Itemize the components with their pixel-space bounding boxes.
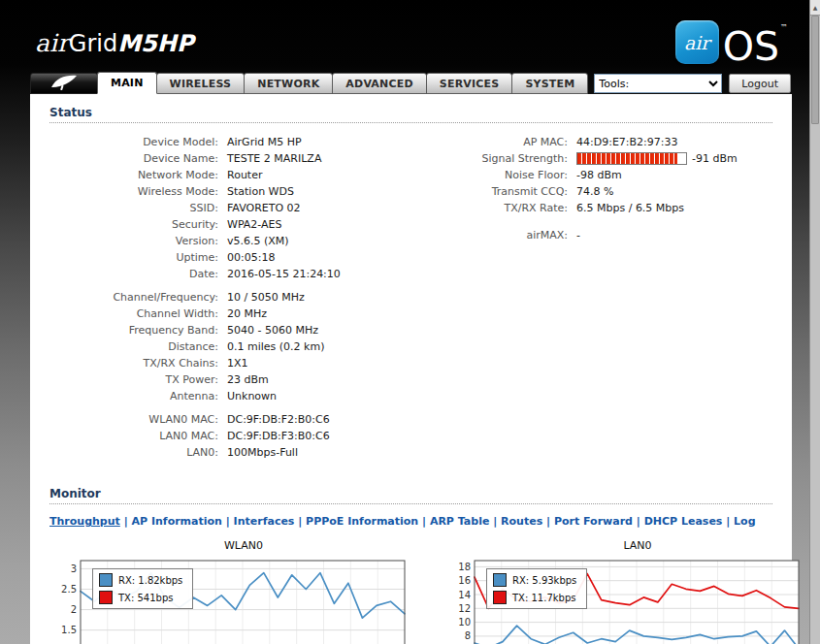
field-group: Device Model:AirGrid M5 HPDevice Name:TE… [49,134,449,282]
legend-item: RX: 1.82kbps [99,573,182,587]
field-value: 44:D9:E7:B2:97:33 [576,134,677,150]
product-logo-grid: Grid [69,30,117,57]
field-label: Device Name: [49,150,227,167]
field-value: Station WDS [227,183,294,200]
antenna-icon [50,75,78,93]
svg-text:1.5: 1.5 [61,625,77,635]
field-label: Channel Width: [49,306,227,322]
scrollbar[interactable]: ▲ [809,0,820,644]
chart-title: WLAN0 [81,539,407,552]
field-label: Network Mode: [49,167,227,183]
monitor-link-port-forward[interactable]: Port Forward [554,515,633,528]
field-value: 1X1 [227,355,248,371]
product-logo-air: air [35,29,69,57]
field-value: FAVORETO 02 [227,200,301,216]
svg-text:8: 8 [465,630,471,641]
field-value: -91 dBm [692,150,738,167]
scrollbar-up-icon[interactable]: ▲ [810,0,820,16]
tab-wireless[interactable]: WIRELESS [156,73,246,94]
link-separator: | [722,515,734,528]
svg-text:16: 16 [458,575,471,586]
link-separator: | [633,515,644,528]
legend-label: TX: 11.7kbps [512,593,575,603]
monitor-link-pppoe-information[interactable]: PPPoE Information [306,515,418,528]
svg-text:2.5: 2.5 [61,584,77,595]
field-row: TX/RX Rate:6.5 Mbps / 6.5 Mbps [449,200,772,216]
field-row: Uptime:00:05:18 [49,249,449,266]
tab-strip: MAINWIRELESSNETWORKADVANCEDSERVICESSYSTE… [98,72,588,94]
field-label: Frequency Band: [49,322,227,338]
field-value: v5.6.5 (XM) [227,233,289,249]
monitor-link-arp-table[interactable]: ARP Table [430,515,490,528]
chart-title: LAN0 [475,539,801,552]
tab-network[interactable]: NETWORK [244,73,333,94]
field-value: 5040 - 5060 MHz [227,322,318,338]
field-value: Router [227,167,262,183]
link-separator: | [120,515,132,528]
tab-bar: MAINWIRELESSNETWORKADVANCEDSERVICESSYSTE… [30,72,588,94]
nav-right: Tools: Logout [594,74,791,93]
tab-advanced[interactable]: ADVANCED [332,73,426,94]
monitor-link-log[interactable]: Log [734,515,755,528]
field-row: LAN0 MAC:DC:9F:DB:F3:B0:C6 [49,428,449,444]
field-label: airMAX: [449,227,576,243]
legend-item: TX: 541bps [99,591,182,604]
field-value: 00:05:18 [227,249,275,266]
monitor-link-throughput[interactable]: Throughput [49,515,120,528]
airmax-row: airMAX:- [449,227,772,243]
legend-label: TX: 541bps [118,593,174,603]
chart-lan0: LAN0 1816141210864 RX: 5.93kbpsTX: 11.7k… [445,539,801,644]
field-value: DC:9F:DB:F3:B0:C6 [227,428,330,444]
tab-services[interactable]: SERVICES [426,73,513,94]
field-value: 2016-05-15 21:24:10 [227,266,341,282]
monitor-link-interfaces[interactable]: Interfaces [234,515,295,528]
field-value: WPA2-AES [227,216,282,233]
field-row: Security:WPA2-AES [49,216,449,233]
field-value: DC:9F:DB:F2:B0:C6 [227,411,330,428]
field-label: TX Power: [49,371,227,388]
field-label: Transmit CCQ: [449,183,576,200]
airos-logo-tm: ™ [780,23,788,32]
logout-button[interactable]: Logout [729,74,791,93]
monitor-links: Throughput | AP Information | Interfaces… [49,515,772,528]
field-group: WLAN0 MAC:DC:9F:DB:F2:B0:C6LAN0 MAC:DC:9… [49,411,449,461]
field-value: Unknown [227,388,277,404]
monitor-link-dhcp-leases[interactable]: DHCP Leases [644,515,723,528]
tab-home[interactable] [30,73,98,94]
field-label: Distance: [49,338,227,355]
signal-strength-bar [576,152,687,165]
status-heading: Status [49,106,772,123]
field-value: 20 MHz [227,306,267,322]
tools-select[interactable]: Tools: [594,74,722,93]
monitor-section: Monitor Throughput | AP Information | In… [49,487,772,644]
field-value: 23 dBm [227,371,269,388]
field-row: Transmit CCQ:74.8 % [449,183,772,200]
monitor-heading: Monitor [49,487,772,504]
field-label: Date: [49,266,227,282]
legend-label: RX: 1.82kbps [118,575,182,586]
field-value: - [576,227,580,243]
legend-item: TX: 11.7kbps [493,591,576,604]
field-row: Device Name:TESTE 2 MARILZA [49,150,449,167]
field-row: Channel Width:20 MHz [49,306,449,322]
legend-swatch [493,591,507,604]
field-value: TESTE 2 MARILZA [227,150,321,167]
field-label: Version: [49,233,227,249]
field-value: 100Mbps-Full [227,444,298,461]
monitor-link-ap-information[interactable]: AP Information [132,515,222,528]
scrollbar-thumb[interactable] [811,16,819,124]
field-label: TX/RX Chains: [49,355,227,371]
tab-system[interactable]: SYSTEM [511,73,588,94]
product-logo-model: M5HP [117,30,193,57]
field-row: airMAX:- [449,227,772,243]
field-label: Device Model: [49,134,227,150]
field-row: Antenna:Unknown [49,388,449,404]
field-label: Antenna: [49,388,227,404]
legend-label: RX: 5.93kbps [512,575,576,586]
field-label: Channel/Frequency: [49,289,227,306]
tab-main[interactable]: MAIN [97,72,157,94]
monitor-link-routes[interactable]: Routes [501,515,542,528]
field-label: Wireless Mode: [49,183,227,200]
field-value: 0.1 miles (0.2 km) [227,338,324,355]
field-row: Signal Strength:-91 dBm [449,150,772,167]
